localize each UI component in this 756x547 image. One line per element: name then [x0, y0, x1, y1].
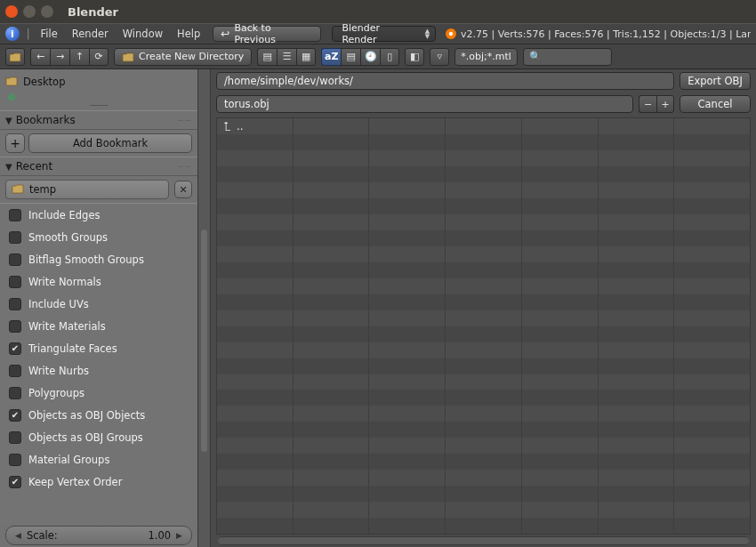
export-option-row[interactable]: Include UVs — [0, 293, 197, 315]
parent-dir-label: .. — [237, 120, 244, 133]
menu-file[interactable]: File — [34, 28, 65, 40]
checkbox[interactable] — [9, 409, 21, 422]
filename-increment-button[interactable]: + — [656, 95, 674, 113]
export-obj-button[interactable]: Export OBJ — [680, 72, 751, 90]
checkbox[interactable] — [9, 365, 21, 377]
nav-back-button[interactable]: ← — [30, 48, 50, 66]
scale-number-field[interactable]: ◀ Scale: 1.00 ▶ — [5, 526, 192, 545]
export-option-row[interactable]: Bitflag Smooth Groups — [0, 248, 197, 270]
cancel-button[interactable]: Cancel — [680, 95, 751, 113]
filename-decrement-button[interactable]: − — [639, 95, 656, 113]
file-list-horizontal-scrollbar[interactable] — [218, 536, 749, 545]
filter-glob-field[interactable]: *.obj;*.mtl — [454, 48, 518, 66]
add-system-icon[interactable]: ⊕ — [7, 91, 16, 103]
menu-window[interactable]: Window — [116, 28, 170, 40]
checkbox[interactable] — [9, 431, 21, 444]
export-option-row[interactable]: Smooth Groups — [0, 226, 197, 248]
checkbox[interactable] — [9, 209, 21, 221]
export-option-label: Polygroups — [28, 387, 84, 399]
checkbox[interactable] — [9, 454, 21, 466]
folder-icon — [122, 52, 134, 62]
checkbox[interactable] — [9, 298, 21, 310]
bookmarks-header[interactable]: ▼ Bookmarks ┄┄ — [0, 110, 197, 130]
file-browser-pane: /home/simple/dev/works/ Export OBJ torus… — [211, 69, 756, 547]
directory-path-input[interactable]: /home/simple/dev/works/ — [216, 72, 674, 90]
scale-value: 1.00 — [148, 529, 171, 542]
window-minimize-button[interactable] — [23, 5, 36, 18]
export-option-label: Keep Vertex Order — [28, 476, 122, 488]
increment-icon: ▶ — [176, 531, 182, 540]
checkbox[interactable] — [9, 476, 21, 488]
window-close-button[interactable] — [5, 5, 18, 18]
export-option-row[interactable]: Write Nurbs — [0, 359, 197, 382]
render-engine-dropdown[interactable]: Blender Render ▲▼ — [332, 26, 436, 42]
add-bookmark-button[interactable]: Add Bookmark — [28, 133, 192, 153]
recent-header[interactable]: ▼ Recent ┄┄ — [0, 157, 197, 176]
sort-ext-button[interactable]: ▤ — [341, 48, 360, 66]
filename-input[interactable]: torus.obj — [216, 95, 633, 113]
export-option-row[interactable]: Polygroups — [0, 382, 197, 404]
scrollbar-thumb[interactable] — [201, 229, 207, 452]
parent-directory-item[interactable]: ⮤ .. — [222, 120, 244, 133]
checkbox[interactable] — [9, 342, 21, 355]
export-option-row[interactable]: Objects as OBJ Groups — [0, 426, 197, 448]
render-engine-label: Blender Render — [342, 22, 415, 45]
add-bookmark-plus-button[interactable]: + — [5, 133, 25, 153]
search-icon: 🔍 — [529, 51, 542, 62]
file-search-input[interactable]: 🔍 — [523, 48, 612, 66]
recent-item[interactable]: temp — [5, 180, 169, 199]
checkbox[interactable] — [9, 253, 21, 266]
checkbox[interactable] — [9, 387, 21, 399]
back-to-previous-button[interactable]: ↩ Back to Previous — [213, 26, 321, 42]
menu-separator: | — [27, 28, 30, 40]
scene-stats: v2.75 | Verts:576 | Faces:576 | Tris:1,1… — [461, 28, 751, 40]
nav-up-button[interactable]: ↑ — [69, 48, 89, 66]
nav-button-group: ← → ↑ ⟳ — [30, 48, 109, 66]
file-list-columns — [217, 118, 750, 534]
cancel-label: Cancel — [698, 98, 733, 110]
export-option-row[interactable]: Material Groups — [0, 448, 197, 471]
menu-render[interactable]: Render — [65, 28, 116, 40]
export-option-label: Objects as OBJ Groups — [28, 431, 143, 444]
export-option-row[interactable]: Write Normals — [0, 270, 197, 293]
sidebar-scrollbar[interactable] — [197, 69, 211, 547]
sort-size-button[interactable]: ▯ — [380, 48, 399, 66]
export-option-row[interactable]: Write Materials — [0, 315, 197, 337]
disclosure-triangle-icon: ▼ — [5, 116, 12, 125]
create-directory-button[interactable]: Create New Directory — [114, 48, 252, 66]
filename-value: torus.obj — [224, 98, 269, 110]
display-list-long-button[interactable]: ☰ — [277, 48, 296, 66]
scrollbar-thumb[interactable] — [218, 537, 749, 544]
export-option-row[interactable]: Keep Vertex Order — [0, 471, 197, 493]
display-list-short-button[interactable]: ▤ — [257, 48, 277, 66]
back-label: Back to Previous — [234, 22, 313, 45]
display-thumbnail-button[interactable]: ▦ — [296, 48, 316, 66]
main-area: Desktop ⊕ ▼ Bookmarks ┄┄ + Add Bookmark … — [0, 69, 756, 547]
clear-recent-button[interactable]: ✕ — [174, 181, 192, 198]
export-option-row[interactable]: Triangulate Faces — [0, 337, 197, 359]
menu-help[interactable]: Help — [170, 28, 207, 40]
info-editor-icon[interactable]: i — [5, 27, 20, 41]
editor-type-icon[interactable] — [5, 48, 25, 66]
show-hidden-toggle[interactable]: ◧ — [405, 48, 424, 66]
export-option-row[interactable]: Objects as OBJ Objects — [0, 404, 197, 426]
filter-glob-value: *.obj;*.mtl — [461, 51, 511, 62]
recent-body: temp ✕ — [0, 176, 197, 203]
window-maximize-button[interactable] — [41, 5, 53, 18]
file-list[interactable]: ⮤ .. — [216, 117, 751, 535]
system-item-desktop[interactable]: Desktop — [5, 73, 192, 91]
filter-toggle[interactable]: ▿ — [430, 48, 449, 66]
sort-time-button[interactable]: 🕘 — [360, 48, 380, 66]
display-mode-group: ▤ ☰ ▦ — [257, 48, 316, 66]
export-option-row[interactable]: Include Edges — [0, 204, 197, 226]
nav-refresh-button[interactable]: ⟳ — [89, 48, 109, 66]
disclosure-triangle-icon: ▼ — [5, 162, 12, 172]
file-browser-toolbar: ← → ↑ ⟳ Create New Directory ▤ ☰ ▦ aZ ▤ … — [0, 44, 756, 69]
checkbox[interactable] — [9, 320, 21, 333]
checkbox[interactable] — [9, 231, 21, 244]
folder-icon — [5, 76, 18, 89]
nav-forward-button[interactable]: → — [50, 48, 69, 66]
filename-increment-group: − + — [639, 95, 674, 113]
checkbox[interactable] — [9, 276, 21, 288]
sort-alpha-button[interactable]: aZ — [321, 48, 341, 66]
